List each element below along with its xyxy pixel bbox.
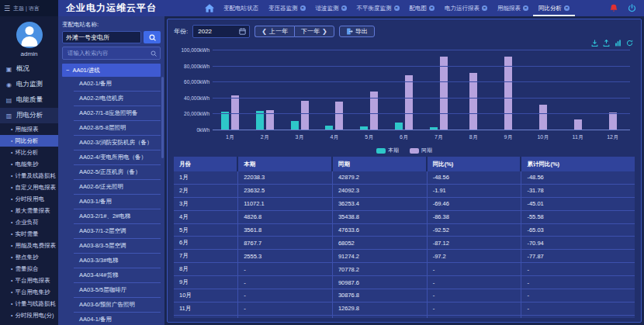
table-row[interactable]: 10月-30876.8--: [174, 289, 635, 303]
tree-item[interactable]: AA03-6/预留广告照明: [74, 298, 161, 313]
bar-同期[interactable]: [504, 57, 512, 130]
refresh-icon[interactable]: [626, 40, 633, 47]
sidebar-item[interactable]: ◉电力监测: [0, 77, 58, 92]
sidebar-subitem[interactable]: 电能集抄: [0, 158, 58, 170]
table-row[interactable]: 4月4826.835438.8-86.38-55.58: [174, 211, 635, 224]
table-row[interactable]: 12月-21069.4--: [174, 316, 635, 318]
tree-item[interactable]: AA02-4/变电所用电（备）: [74, 150, 161, 165]
sidebar-subitem[interactable]: 整点集抄: [0, 251, 58, 263]
legend-item[interactable]: 同期: [410, 147, 432, 154]
sidebar-item[interactable]: ▥用电分析: [0, 108, 58, 123]
tree-parent-node[interactable]: − AA01/进线: [62, 64, 161, 77]
year-picker[interactable]: [192, 25, 250, 38]
sidebar-subitem[interactable]: 分时段用电: [0, 193, 58, 205]
table-row[interactable]: 5月3561.847633.6-92.52-65.03: [174, 224, 635, 237]
theme-language-switcher[interactable]: ☰ 主题 | 语言: [0, 0, 58, 16]
close-icon[interactable]: ×: [429, 5, 435, 11]
home-button[interactable]: [205, 4, 214, 12]
station-name-input[interactable]: [62, 31, 141, 43]
close-icon[interactable]: ×: [564, 5, 570, 11]
alarm-bell-button[interactable]: [609, 4, 618, 13]
bar-同期[interactable]: [574, 119, 582, 130]
table-row[interactable]: 8月-70778.2--: [174, 263, 635, 276]
bar-同期[interactable]: [405, 75, 413, 130]
close-icon[interactable]: ×: [341, 5, 347, 11]
bar-同期[interactable]: [301, 101, 309, 130]
user-profile[interactable]: admin: [0, 16, 58, 61]
nav-tab[interactable]: 配电图×: [410, 0, 435, 16]
sidebar-subitem[interactable]: 用能及电费报表: [0, 240, 58, 251]
close-icon[interactable]: ×: [482, 5, 487, 11]
tree-item[interactable]: AA02-8/5-8层照明: [74, 121, 161, 136]
legend-item[interactable]: 本期: [376, 147, 399, 154]
tree-item[interactable]: AA02-7/1-8应急照明备: [74, 106, 161, 121]
next-year-button[interactable]: 下一年 ❯: [294, 26, 334, 37]
tree-item[interactable]: AA03-2/1#、2#电梯: [74, 209, 161, 224]
tree-filter-input[interactable]: [66, 49, 148, 57]
table-row[interactable]: 1月22038.342879.2-48.56-48.56: [174, 171, 635, 185]
tree-item[interactable]: AA03-7/1-2层空调: [74, 224, 161, 239]
nav-tab[interactable]: 用能报表×: [497, 0, 528, 16]
table-row[interactable]: 7月2555.391274.2-97.2-77.87: [174, 250, 635, 263]
bar-type-icon[interactable]: [615, 40, 621, 47]
close-icon[interactable]: ×: [300, 5, 306, 11]
bar-同期[interactable]: [231, 95, 239, 130]
theme-language-label[interactable]: 主题 | 语言: [13, 5, 40, 12]
bar-本期[interactable]: [395, 123, 403, 130]
sidebar-subitem[interactable]: 同比分析: [0, 135, 58, 147]
bar-同期[interactable]: [539, 105, 547, 130]
logout-power-button[interactable]: [628, 4, 636, 12]
tree-item[interactable]: AA03-3/3#电梯: [74, 254, 161, 268]
tree-item[interactable]: AA04-1/备用: [74, 313, 161, 325]
table-row[interactable]: 2月23632.524092.3-1.91-31.78: [174, 185, 635, 198]
tree-item[interactable]: AA03-1/备用: [74, 195, 161, 209]
export-button[interactable]: 导出: [339, 26, 375, 37]
sidebar-subitem[interactable]: 计量及线路损耗: [0, 170, 58, 182]
tree-item[interactable]: AA02-5/正压机房（备）: [74, 165, 161, 180]
bar-本期[interactable]: [291, 121, 299, 130]
table-row[interactable]: 11月-12629.8--: [174, 303, 635, 316]
sidebar-subitem[interactable]: 用能报表: [0, 123, 58, 135]
collapse-icon[interactable]: −: [66, 67, 69, 74]
nav-tab[interactable]: 不平衡度监测×: [357, 0, 400, 16]
data-view-icon[interactable]: [603, 40, 610, 47]
sidebar-subitem[interactable]: 实时需量: [0, 228, 58, 240]
tree-item[interactable]: AA03-4/4#货梯: [74, 268, 161, 283]
tree-item[interactable]: AA02-6/泛光照明: [74, 180, 161, 195]
nav-tab[interactable]: 谐波监测×: [316, 0, 347, 16]
bar-本期[interactable]: [221, 112, 229, 130]
sidebar-subitem[interactable]: 分时段用电(分): [0, 309, 58, 321]
nav-tab[interactable]: 变配电站状态: [223, 0, 258, 16]
tree-item[interactable]: AA03-5/5层咖啡厅: [74, 283, 161, 298]
bar-同期[interactable]: [609, 112, 617, 130]
sidebar-subitem[interactable]: 平台用电集抄: [0, 286, 58, 298]
close-icon[interactable]: ×: [523, 5, 528, 11]
table-row[interactable]: 3月11072.136253.4-69.46-45.01: [174, 198, 635, 211]
sidebar-subitem[interactable]: 自定义用电报表: [0, 182, 58, 193]
save-image-icon[interactable]: [591, 40, 598, 47]
prev-year-button[interactable]: ❮ 上一年: [254, 26, 294, 37]
station-search-button[interactable]: [144, 31, 161, 43]
sidebar-subitem[interactable]: 计量与线路损耗: [0, 298, 58, 309]
hamburger-icon[interactable]: ☰: [4, 5, 10, 12]
table-row[interactable]: 9月-90987.6--: [174, 276, 635, 289]
bar-同期[interactable]: [440, 57, 448, 130]
close-icon[interactable]: ×: [394, 5, 400, 11]
sidebar-subitem[interactable]: 平台用电报表: [0, 275, 58, 286]
table-row[interactable]: 6月8767.768052-87.12-70.94: [174, 237, 635, 250]
tree-scrollbar[interactable]: [161, 77, 164, 158]
sidebar-subitem[interactable]: 需量拟合: [0, 263, 58, 275]
bar-同期[interactable]: [335, 102, 343, 130]
sidebar-subitem[interactable]: 企业负荷: [0, 216, 58, 228]
tree-item[interactable]: AA02-3/消防安防机房（备）: [74, 136, 161, 150]
sidebar-subitem[interactable]: 环比分析: [0, 147, 58, 158]
tree-item[interactable]: AA03-8/3-5层空调: [74, 239, 161, 254]
tree-item[interactable]: AA02-1/备用: [74, 77, 161, 92]
sidebar-subitem[interactable]: 最大需量报表: [0, 205, 58, 216]
tree-item[interactable]: AA02-2/电信机房: [74, 92, 161, 106]
sidebar-item[interactable]: ▤电能质量: [0, 92, 58, 108]
nav-tab[interactable]: 变压器监测×: [268, 0, 306, 16]
nav-tab[interactable]: 电力运行报表×: [445, 0, 487, 16]
year-input[interactable]: [196, 27, 237, 36]
sidebar-item[interactable]: ▣概况: [0, 61, 58, 77]
